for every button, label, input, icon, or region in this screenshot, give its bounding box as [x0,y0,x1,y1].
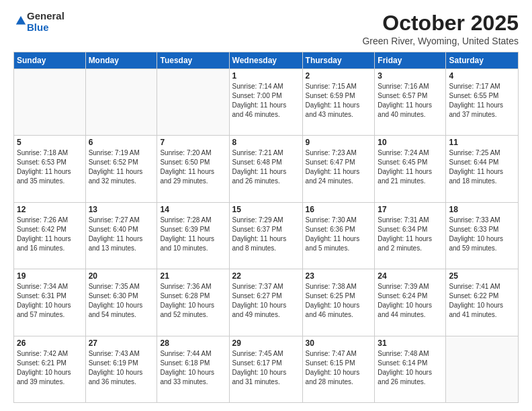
day-info: Sunrise: 7:15 AM Sunset: 6:59 PM Dayligh… [306,82,372,120]
day-info: Sunrise: 7:23 AM Sunset: 6:47 PM Dayligh… [306,148,372,186]
day-number: 30 [306,338,372,348]
calendar-day-cell: 9Sunrise: 7:23 AM Sunset: 6:47 PM Daylig… [302,136,375,202]
calendar-week-row: 26Sunrise: 7:42 AM Sunset: 6:21 PM Dayli… [14,336,519,402]
calendar-day-cell [446,336,519,402]
day-info: Sunrise: 7:34 AM Sunset: 6:31 PM Dayligh… [17,282,83,320]
day-info: Sunrise: 7:45 AM Sunset: 6:17 PM Dayligh… [232,349,300,387]
calendar-day-cell: 12Sunrise: 7:26 AM Sunset: 6:42 PM Dayli… [14,202,86,269]
location: Green River, Wyoming, United States [362,36,519,46]
day-info: Sunrise: 7:14 AM Sunset: 7:00 PM Dayligh… [232,82,300,120]
day-info: Sunrise: 7:47 AM Sunset: 6:15 PM Dayligh… [306,349,372,387]
day-number: 27 [89,338,154,348]
day-info: Sunrise: 7:35 AM Sunset: 6:30 PM Dayligh… [89,282,154,320]
day-info: Sunrise: 7:41 AM Sunset: 6:22 PM Dayligh… [449,282,515,320]
day-info: Sunrise: 7:25 AM Sunset: 6:44 PM Dayligh… [449,148,515,186]
day-number: 13 [89,205,154,214]
calendar-day-cell: 30Sunrise: 7:47 AM Sunset: 6:15 PM Dayli… [302,336,375,402]
calendar-day-cell: 22Sunrise: 7:37 AM Sunset: 6:27 PM Dayli… [229,269,302,336]
day-number: 31 [378,338,443,348]
day-info: Sunrise: 7:19 AM Sunset: 6:52 PM Dayligh… [89,148,154,186]
calendar-week-row: 5Sunrise: 7:18 AM Sunset: 6:53 PM Daylig… [14,136,519,202]
calendar-day-cell: 31Sunrise: 7:48 AM Sunset: 6:14 PM Dayli… [375,336,446,402]
day-info: Sunrise: 7:30 AM Sunset: 6:36 PM Dayligh… [306,216,372,253]
calendar-day-cell: 5Sunrise: 7:18 AM Sunset: 6:53 PM Daylig… [14,136,86,202]
day-number: 5 [17,138,83,147]
day-info: Sunrise: 7:36 AM Sunset: 6:28 PM Dayligh… [160,282,226,320]
day-number: 12 [17,205,83,214]
day-number: 8 [232,138,300,147]
calendar-body: 1Sunrise: 7:14 AM Sunset: 7:00 PM Daylig… [14,69,519,403]
day-info: Sunrise: 7:24 AM Sunset: 6:45 PM Dayligh… [378,148,443,186]
day-number: 18 [449,205,515,214]
day-number: 3 [378,71,443,81]
day-number: 17 [378,205,443,214]
day-number: 24 [378,271,443,281]
calendar-day-cell: 2Sunrise: 7:15 AM Sunset: 6:59 PM Daylig… [302,69,375,136]
day-number: 28 [160,338,226,348]
logo-general: General [27,11,64,22]
calendar-week-row: 19Sunrise: 7:34 AM Sunset: 6:31 PM Dayli… [14,269,519,336]
calendar-day-cell: 23Sunrise: 7:38 AM Sunset: 6:25 PM Dayli… [302,269,375,336]
day-info: Sunrise: 7:27 AM Sunset: 6:40 PM Dayligh… [89,216,154,253]
calendar-day-cell: 21Sunrise: 7:36 AM Sunset: 6:28 PM Dayli… [157,269,229,336]
day-number: 23 [306,271,372,281]
calendar-day-cell [157,69,229,136]
day-info: Sunrise: 7:21 AM Sunset: 6:48 PM Dayligh… [232,148,300,186]
day-info: Sunrise: 7:16 AM Sunset: 6:57 PM Dayligh… [378,82,443,120]
day-number: 11 [449,138,515,147]
day-number: 20 [89,271,154,281]
day-info: Sunrise: 7:39 AM Sunset: 6:24 PM Dayligh… [378,282,443,320]
day-info: Sunrise: 7:20 AM Sunset: 6:50 PM Dayligh… [160,148,226,186]
calendar-day-cell: 20Sunrise: 7:35 AM Sunset: 6:30 PM Dayli… [85,269,157,336]
svg-marker-0 [16,15,26,24]
day-info: Sunrise: 7:28 AM Sunset: 6:39 PM Dayligh… [160,216,226,253]
weekday-header-cell: Saturday [446,52,519,69]
calendar-day-cell: 24Sunrise: 7:39 AM Sunset: 6:24 PM Dayli… [375,269,446,336]
calendar-day-cell: 15Sunrise: 7:29 AM Sunset: 6:37 PM Dayli… [229,202,302,269]
calendar-week-row: 1Sunrise: 7:14 AM Sunset: 7:00 PM Daylig… [14,69,519,136]
day-info: Sunrise: 7:38 AM Sunset: 6:25 PM Dayligh… [306,282,372,320]
calendar-day-cell: 16Sunrise: 7:30 AM Sunset: 6:36 PM Dayli… [302,202,375,269]
calendar-day-cell: 19Sunrise: 7:34 AM Sunset: 6:31 PM Dayli… [14,269,86,336]
calendar-table: SundayMondayTuesdayWednesdayThursdayFrid… [13,52,519,403]
day-number: 19 [17,271,83,281]
weekday-header-cell: Sunday [14,52,86,69]
calendar-day-cell: 4Sunrise: 7:17 AM Sunset: 6:55 PM Daylig… [446,69,519,136]
calendar-day-cell: 6Sunrise: 7:19 AM Sunset: 6:52 PM Daylig… [85,136,157,202]
title-block: October 2025 Green River, Wyoming, Unite… [362,11,519,46]
day-info: Sunrise: 7:44 AM Sunset: 6:18 PM Dayligh… [160,349,226,387]
day-info: Sunrise: 7:17 AM Sunset: 6:55 PM Dayligh… [449,82,515,120]
calendar-day-cell: 18Sunrise: 7:33 AM Sunset: 6:33 PM Dayli… [446,202,519,269]
weekday-header-cell: Monday [85,52,157,69]
day-number: 16 [306,205,372,214]
day-number: 14 [160,205,226,214]
day-number: 21 [160,271,226,281]
calendar-day-cell: 8Sunrise: 7:21 AM Sunset: 6:48 PM Daylig… [229,136,302,202]
calendar-day-cell: 10Sunrise: 7:24 AM Sunset: 6:45 PM Dayli… [375,136,446,202]
logo-blue: Blue [27,22,64,34]
weekday-header-row: SundayMondayTuesdayWednesdayThursdayFrid… [14,52,519,69]
calendar-day-cell: 11Sunrise: 7:25 AM Sunset: 6:44 PM Dayli… [446,136,519,202]
calendar-day-cell: 26Sunrise: 7:42 AM Sunset: 6:21 PM Dayli… [14,336,86,402]
day-number: 26 [17,338,83,348]
calendar-day-cell: 25Sunrise: 7:41 AM Sunset: 6:22 PM Dayli… [446,269,519,336]
day-number: 10 [378,138,443,147]
calendar-day-cell: 7Sunrise: 7:20 AM Sunset: 6:50 PM Daylig… [157,136,229,202]
weekday-header-cell: Thursday [302,52,375,69]
calendar-day-cell: 14Sunrise: 7:28 AM Sunset: 6:39 PM Dayli… [157,202,229,269]
day-number: 29 [232,338,300,348]
day-info: Sunrise: 7:42 AM Sunset: 6:21 PM Dayligh… [17,349,83,387]
day-number: 9 [306,138,372,147]
weekday-header-cell: Tuesday [157,52,229,69]
day-number: 4 [449,71,515,81]
day-number: 15 [232,205,300,214]
calendar-day-cell: 29Sunrise: 7:45 AM Sunset: 6:17 PM Dayli… [229,336,302,402]
day-number: 1 [232,71,300,81]
day-info: Sunrise: 7:33 AM Sunset: 6:33 PM Dayligh… [449,216,515,253]
day-info: Sunrise: 7:26 AM Sunset: 6:42 PM Dayligh… [17,216,83,253]
calendar-day-cell [85,69,157,136]
day-number: 6 [89,138,154,147]
weekday-header-cell: Wednesday [229,52,302,69]
day-info: Sunrise: 7:37 AM Sunset: 6:27 PM Dayligh… [232,282,300,320]
page-header: General Blue October 2025 Green River, W… [13,11,519,46]
